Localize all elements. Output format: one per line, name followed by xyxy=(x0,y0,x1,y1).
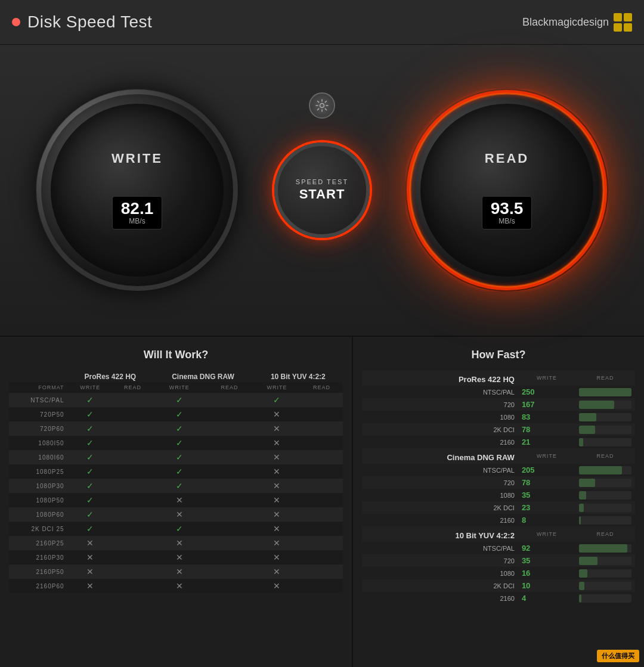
cross-mark: ✕ xyxy=(273,409,280,419)
check-cell xyxy=(206,536,253,550)
check-cell: ✓ xyxy=(153,436,206,450)
format-cell: 1080p60 xyxy=(9,507,68,522)
fast-write-value: 83 xyxy=(518,411,575,423)
will-table-row: 1080i60✓✓✕ xyxy=(9,450,343,464)
check-cell xyxy=(301,564,343,579)
brand-square-4 xyxy=(624,23,632,32)
format-header xyxy=(9,370,68,382)
check-mark: ✓ xyxy=(86,409,94,419)
how-fast-section: How Fast? ProRes 422 HQWRITEREADNTSC/PAL… xyxy=(353,337,644,667)
check-cell: ✕ xyxy=(68,579,113,593)
will-table-row: NTSC/PAL✓✓✓ xyxy=(9,393,343,407)
cross-mark: ✕ xyxy=(176,510,183,519)
check-cell xyxy=(113,407,153,421)
bar-fill xyxy=(579,516,581,525)
check-cell: ✕ xyxy=(153,550,206,564)
fast-format-cell: 2160 xyxy=(362,436,518,448)
format-cell: 2160p50 xyxy=(9,564,68,579)
format-cell: 1080p25 xyxy=(9,464,68,479)
fast-write-value: 23 xyxy=(518,501,575,514)
settings-button[interactable] xyxy=(309,92,335,119)
will-it-work-tbody: NTSC/PAL✓✓✓720p50✓✓✕720p60✓✓✕1080i50✓✓✕1… xyxy=(9,393,343,593)
check-cell xyxy=(206,550,253,564)
fast-data-row: 108016 xyxy=(362,567,635,579)
cdng-read-sub: READ xyxy=(206,382,253,393)
check-cell xyxy=(301,536,343,550)
bar-bg xyxy=(579,479,631,487)
check-cell: ✓ xyxy=(68,493,113,507)
check-cell xyxy=(113,421,153,436)
check-mark: ✓ xyxy=(86,510,94,519)
check-mark: ✓ xyxy=(176,409,183,419)
check-cell: ✕ xyxy=(68,564,113,579)
fast-write-value: 16 xyxy=(518,567,575,579)
fast-data-row: 72035 xyxy=(362,554,635,567)
will-table-row: 1080p25✓✓✕ xyxy=(9,464,343,479)
read-gauge-wrapper: READ 93.5 MB/s xyxy=(370,89,644,291)
cross-mark: ✕ xyxy=(176,538,183,548)
fast-data-row: 108083 xyxy=(362,411,635,423)
will-table-row: 2160p60✕✕✕ xyxy=(9,579,343,593)
fast-read-header: READ xyxy=(575,370,635,386)
fast-data-row: 72078 xyxy=(362,476,635,489)
check-mark: ✓ xyxy=(176,424,183,433)
fast-group-name: 10 Bit YUV 4:2:2 xyxy=(362,526,518,542)
check-cell: ✕ xyxy=(253,464,301,479)
format-cell: 2K DCI 25 xyxy=(9,522,68,536)
fast-write-value: 10 xyxy=(518,579,575,592)
fast-data-row: 21608 xyxy=(362,514,635,526)
yuv-read-sub: READ xyxy=(301,382,343,393)
bar-bg xyxy=(579,582,631,590)
bar-fill xyxy=(579,569,587,578)
data-section: Will It Work? ProRes 422 HQ Cinema DNG R… xyxy=(0,337,644,667)
brand-icon xyxy=(614,13,632,32)
will-it-work-table: ProRes 422 HQ Cinema DNG RAW 10 Bit YUV … xyxy=(9,370,343,593)
title-bar: Disk Speed Test Blackmagicdesign xyxy=(0,0,644,45)
fast-data-row: NTSC/PAL92 xyxy=(362,542,635,554)
cross-mark: ✕ xyxy=(273,567,280,576)
bar-fill xyxy=(579,491,586,500)
check-cell: ✕ xyxy=(253,493,301,507)
check-cell: ✓ xyxy=(68,522,113,536)
check-mark: ✓ xyxy=(86,524,94,533)
fast-write-value: 21 xyxy=(518,436,575,448)
write-gauge-wrapper: WRITE 82.1 MB/s xyxy=(0,89,274,291)
brand-square-2 xyxy=(624,13,632,21)
check-cell: ✓ xyxy=(153,393,206,407)
fast-data-row: 2K DCI78 xyxy=(362,423,635,436)
bar-fill xyxy=(579,594,581,603)
fast-bar-cell xyxy=(575,501,635,514)
fast-write-value: 35 xyxy=(518,489,575,501)
cross-mark: ✕ xyxy=(86,538,94,548)
bar-bg xyxy=(579,491,631,500)
fast-group-name: ProRes 422 HQ xyxy=(362,370,518,386)
fast-bar-cell xyxy=(575,398,635,411)
fast-format-cell: NTSC/PAL xyxy=(362,386,518,398)
close-button[interactable] xyxy=(12,18,20,26)
format-cell: 1080i60 xyxy=(9,450,68,464)
cross-mark: ✕ xyxy=(273,481,280,491)
check-cell xyxy=(206,507,253,522)
check-cell: ✕ xyxy=(253,507,301,522)
check-cell: ✓ xyxy=(68,450,113,464)
bar-fill xyxy=(579,438,583,446)
write-gauge-inner: WRITE 82.1 MB/s xyxy=(51,104,224,277)
start-button[interactable]: SPEED TEST START xyxy=(274,142,370,238)
check-cell: ✓ xyxy=(68,479,113,493)
fast-bar-cell xyxy=(575,489,635,501)
check-cell xyxy=(206,564,253,579)
fast-bar-cell xyxy=(575,542,635,554)
brand-square-3 xyxy=(614,23,622,32)
check-cell: ✕ xyxy=(68,550,113,564)
write-value-box: 82.1 MB/s xyxy=(112,196,163,229)
fast-format-cell: 2160 xyxy=(362,514,518,526)
bar-bg xyxy=(579,401,631,409)
check-cell xyxy=(206,493,253,507)
check-mark: ✓ xyxy=(176,452,183,462)
check-cell xyxy=(206,436,253,450)
check-cell xyxy=(206,479,253,493)
write-gauge-outer: WRITE 82.1 MB/s xyxy=(36,89,239,291)
check-cell xyxy=(301,450,343,464)
check-cell: ✕ xyxy=(253,421,301,436)
will-it-work-section: Will It Work? ProRes 422 HQ Cinema DNG R… xyxy=(0,337,353,667)
